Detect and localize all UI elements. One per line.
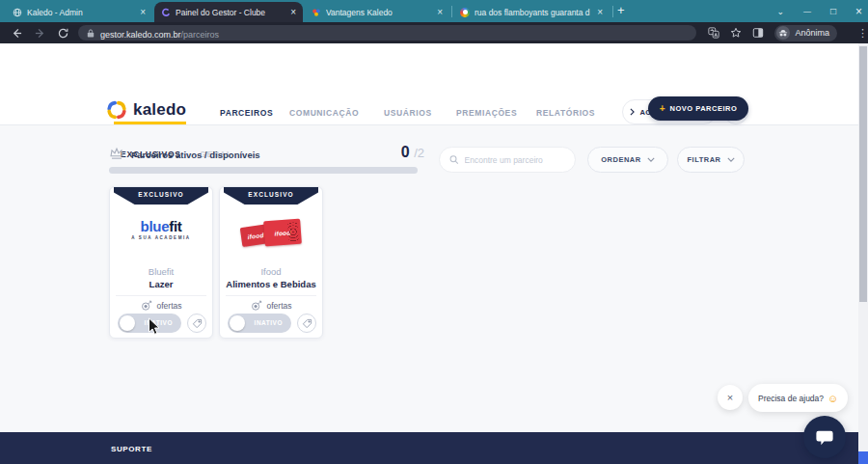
toggle-knob[interactable] <box>230 315 245 331</box>
partners-progress-bar <box>109 167 418 174</box>
toggle-knob[interactable] <box>120 315 135 331</box>
browser-tab-vantagens[interactable]: Vantagens Kaledo × <box>305 2 449 22</box>
browser-tab-kaledo-admin[interactable]: Kaledo - Admin × <box>6 2 152 22</box>
minimize-button[interactable]: — <box>803 7 811 15</box>
chat-bubble-icon <box>815 428 834 447</box>
search-input[interactable] <box>465 155 565 165</box>
incognito-icon <box>778 29 788 38</box>
sort-label: ORDENAR <box>601 155 640 164</box>
filter-button[interactable]: FILTRAR <box>677 147 745 173</box>
translate-icon[interactable] <box>708 27 719 39</box>
ifood-logo: ifood ifood <box>220 214 322 257</box>
kaledo-logo[interactable]: kaledo <box>106 99 186 121</box>
chat-launcher-button[interactable] <box>803 416 846 458</box>
maximize-button[interactable]: □ <box>830 6 836 16</box>
partner-search[interactable] <box>439 147 576 173</box>
partners-counter: 0 /2 <box>366 144 424 161</box>
url-bar[interactable]: gestor.kaledo.com.br/parceiros <box>78 25 696 41</box>
tab-close-icon[interactable]: × <box>597 8 603 17</box>
chat-help-bubble[interactable]: Precisa de ajuda? ☺ <box>748 384 848 412</box>
smiley-emoji: ☺ <box>827 393 838 404</box>
back-icon[interactable] <box>12 28 22 39</box>
tab-title: Vantagens Kaledo <box>326 8 432 17</box>
bluefit-logo: bluefit A SUA ACADEMIA <box>110 218 212 240</box>
partner-card-bluefit: EXCLUSIVO bluefit A SUA ACADEMIA Bluefit… <box>109 186 213 339</box>
price-tag-icon <box>302 318 312 329</box>
profile-label: Anônima <box>795 28 829 38</box>
help-text: Precisa de ajuda? <box>758 394 824 403</box>
card-divider <box>116 295 206 296</box>
ifood-ticket: ifood <box>263 219 302 247</box>
sort-button[interactable]: ORDENAR <box>587 147 668 173</box>
exclusive-badge: EXCLUSIVO <box>114 187 208 205</box>
tab-title: Kaledo - Admin <box>27 8 135 17</box>
new-tab-button[interactable]: + <box>617 3 625 17</box>
incognito-profile-badge[interactable]: Anônima <box>774 25 837 41</box>
browser-toolbar: gestor.kaledo.com.br/parceiros Anônima ⋮ <box>0 22 868 43</box>
nav-relatorios[interactable]: RELATÓRIOS <box>536 108 595 118</box>
exclusive-badge: EXCLUSIVO <box>224 187 318 205</box>
browser-tab-painel-gestor[interactable]: Painel do Gestor - Clube × <box>154 2 303 22</box>
forward-icon[interactable] <box>35 28 45 39</box>
browser-menu-icon[interactable]: ⋮ <box>857 27 868 40</box>
scrollbar-track[interactable] <box>858 43 868 464</box>
nav-premiacoes[interactable]: PREMIAÇÕES <box>456 108 517 118</box>
offers-target-icon <box>141 300 152 312</box>
browser-tab-strip: Kaledo - Admin × Painel do Gestor - Club… <box>0 0 868 22</box>
lock-icon <box>87 29 95 38</box>
search-icon <box>449 154 459 165</box>
partner-category: Lazer <box>110 279 212 289</box>
tab-close-icon[interactable]: × <box>140 8 146 17</box>
nav-parceiros[interactable]: PARCEIROS <box>220 108 273 118</box>
new-partner-button[interactable]: + NOVO PARCEIRO <box>648 96 748 121</box>
chevron-down-icon <box>647 157 655 162</box>
scrollbar-blue-marker <box>858 451 868 464</box>
offers-row[interactable]: ofertas <box>220 300 322 312</box>
chevron-right-icon <box>630 108 635 116</box>
active-partners-label: Parceiros ativos / disponíveis <box>131 150 260 160</box>
url-path: /parceiros <box>181 30 220 40</box>
browser-tab-search[interactable]: rua dos flamboyants guaranta d × <box>453 2 610 22</box>
side-panel-icon[interactable] <box>752 27 764 39</box>
partner-name: Bluefit <box>110 266 212 277</box>
tab-title: rua dos flamboyants guaranta d <box>475 8 592 17</box>
crown-icon <box>109 146 124 160</box>
offers-row[interactable]: ofertas <box>110 300 212 312</box>
scrollbar-thumb[interactable] <box>859 46 867 302</box>
tab-search-chevron-icon[interactable]: ⌄ <box>776 7 784 16</box>
offers-label: ofertas <box>267 301 292 311</box>
partner-category: Alimentos e Bebidas <box>220 279 322 289</box>
price-tag-icon <box>192 318 203 329</box>
offers-label: ofertas <box>157 301 182 311</box>
nav-comunicacao[interactable]: COMUNICAÇÃO <box>289 108 359 118</box>
reload-icon[interactable] <box>58 28 68 39</box>
kaledo-colored-favicon <box>312 8 321 17</box>
offer-tag-button[interactable] <box>297 314 316 333</box>
tab-close-icon[interactable]: × <box>437 8 443 17</box>
plus-icon: + <box>660 103 665 114</box>
tab-close-icon[interactable]: × <box>290 8 296 17</box>
partners-total: /2 <box>414 146 424 160</box>
partner-card-ifood: EXCLUSIVO ifood ifood Ifood Alimentos e … <box>219 186 323 339</box>
toggle-status-label: INATIVO <box>255 319 283 326</box>
nav-usuarios[interactable]: USUÁRIOS <box>384 108 432 118</box>
logo-text: kaledo <box>133 100 186 120</box>
kaledo-favicon <box>161 8 171 17</box>
active-tab-underline <box>114 122 186 124</box>
support-link[interactable]: SUPORTE <box>111 445 152 453</box>
offer-tag-button[interactable] <box>187 314 206 333</box>
globe-icon <box>13 8 22 17</box>
close-window-button[interactable]: × <box>855 5 862 18</box>
partners-current: 0 <box>401 144 410 160</box>
tab-separator <box>612 6 613 17</box>
card-divider <box>226 295 316 296</box>
browser-window: Kaledo - Admin × Painel do Gestor - Club… <box>0 0 868 464</box>
offers-target-icon <box>251 300 262 312</box>
bookmark-star-icon[interactable] <box>730 27 742 39</box>
chevron-down-icon <box>727 157 735 162</box>
chat-dismiss-button[interactable]: × <box>718 385 743 410</box>
google-favicon <box>460 8 470 17</box>
partner-name: Ifood <box>220 266 322 277</box>
filter-label: FILTRAR <box>687 155 720 164</box>
partner-active-toggle[interactable]: INATIVO <box>228 314 291 333</box>
